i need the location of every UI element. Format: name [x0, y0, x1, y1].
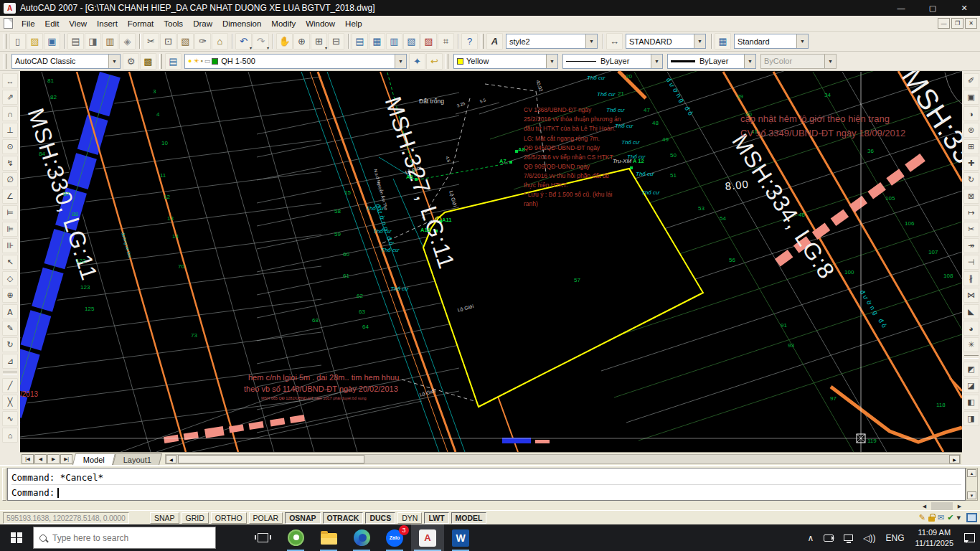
- action-center-icon[interactable]: [959, 533, 980, 542]
- drawing-canvas[interactable]: MSH:330, LG:11MSH:327, LG:11MSH:334, LG:…: [20, 71, 962, 452]
- break-button[interactable]: ∦: [963, 271, 979, 286]
- volume-icon[interactable]: ◁)): [858, 533, 880, 543]
- save-button[interactable]: ▣: [44, 33, 60, 50]
- designcenter-button[interactable]: ▦: [369, 33, 385, 50]
- chevron-down-icon[interactable]: ▼: [694, 34, 705, 48]
- menu-item[interactable]: Draw: [188, 17, 217, 30]
- layer-plot-icon[interactable]: ▭: [204, 57, 211, 65]
- join-button[interactable]: ⋈: [963, 288, 979, 303]
- toggle-ducs[interactable]: DUCS: [365, 512, 395, 524]
- fillet-button[interactable]: ◕: [963, 321, 979, 336]
- close-button[interactable]: ✕: [948, 0, 980, 16]
- toggle-osnap[interactable]: OSNAP: [285, 512, 320, 524]
- horizontal-scrollbar[interactable]: ◀ ▶: [165, 454, 961, 464]
- explode-button[interactable]: ✳: [963, 337, 979, 352]
- center-mark-button[interactable]: ⊕: [2, 288, 18, 303]
- scrollbar-thumb[interactable]: [178, 455, 364, 463]
- jogged-dimension-button[interactable]: ↯: [2, 156, 18, 171]
- dropdown-arrow-icon[interactable]: ▾: [250, 45, 252, 50]
- workspace-settings-icon[interactable]: ⚙: [123, 53, 139, 70]
- maximize-button[interactable]: ▢: [917, 0, 948, 16]
- network-icon[interactable]: [839, 534, 858, 541]
- dim-style-combo[interactable]: STANDARD ▼: [626, 34, 706, 49]
- dropdown-arrow-icon[interactable]: ▾: [267, 45, 269, 50]
- bring-to-front-button[interactable]: ◩: [963, 362, 979, 377]
- dimension-style-button[interactable]: ⊿: [2, 354, 18, 369]
- dimension-update-button[interactable]: ↻: [2, 337, 18, 352]
- aligned-dimension-button[interactable]: ⇗: [2, 90, 18, 105]
- scroll-left-icon[interactable]: ◀: [166, 455, 176, 463]
- toolbar-grip[interactable]: [4, 34, 6, 49]
- match-properties-button[interactable]: ✑: [194, 33, 211, 50]
- send-to-back-button[interactable]: ◪: [963, 378, 979, 393]
- properties-button[interactable]: ▤: [352, 33, 368, 50]
- array-button[interactable]: ⊞: [963, 139, 979, 154]
- clock[interactable]: 11:09 AM 11/11/2025: [910, 527, 959, 548]
- layer-freeze-sun-icon[interactable]: ☀: [193, 57, 199, 65]
- polygon-button[interactable]: ⌂: [2, 428, 18, 443]
- annotation-warning-icon[interactable]: ✎: [919, 513, 925, 522]
- taskbar-search[interactable]: [33, 527, 216, 549]
- tab-first-button[interactable]: |◀: [22, 454, 34, 464]
- construction-line-button[interactable]: ╳: [2, 395, 18, 410]
- search-input[interactable]: [52, 533, 215, 543]
- toggle-dyn[interactable]: DYN: [397, 512, 422, 524]
- plot-preview-button[interactable]: ◨: [85, 33, 101, 50]
- toggle-snap[interactable]: SNAP: [150, 512, 179, 524]
- layer-properties-manager-icon[interactable]: ▤: [165, 53, 182, 70]
- layer-on-bulb-icon[interactable]: ●: [188, 57, 192, 65]
- tolerance-button[interactable]: ◇: [2, 271, 18, 286]
- chevron-down-icon[interactable]: ▼: [744, 55, 755, 68]
- tab-last-button[interactable]: ▶|: [60, 454, 72, 464]
- color-combo[interactable]: Yellow ▼: [453, 54, 558, 69]
- zoom-window-button[interactable]: ⊞▾: [311, 33, 327, 50]
- table-style-combo[interactable]: Standard ▼: [734, 34, 809, 49]
- minimize-button[interactable]: —: [885, 0, 917, 16]
- dimension-edit-button[interactable]: A: [2, 304, 18, 319]
- zoom-previous-button[interactable]: ⊟: [328, 33, 344, 50]
- layer-lock-icon[interactable]: ▪: [201, 57, 203, 65]
- stretch-button[interactable]: ↦: [963, 205, 979, 220]
- tab-model[interactable]: Model: [72, 453, 116, 465]
- chevron-down-icon[interactable]: ▼: [651, 55, 662, 68]
- scale-button[interactable]: ⊠: [963, 189, 979, 204]
- markup-set-manager-button[interactable]: ▨: [420, 33, 437, 50]
- scroll-left-icon[interactable]: ◀: [919, 502, 930, 510]
- radius-dimension-button[interactable]: ⊙: [2, 139, 18, 154]
- layer-combo[interactable]: ● ☀ ▪ ▭ QH 1-500 ▼: [184, 54, 407, 69]
- arc-length-dimension-button[interactable]: ∩: [2, 106, 18, 121]
- tab-next-button[interactable]: ▶: [47, 454, 60, 464]
- zoom-realtime-button[interactable]: ⊕: [293, 33, 310, 50]
- tab-layout1[interactable]: Layout1: [113, 453, 162, 465]
- offset-button[interactable]: ⊚: [963, 123, 979, 138]
- layer-previous-icon[interactable]: ↩: [426, 53, 443, 70]
- make-object-layer-current-icon[interactable]: ✦: [409, 53, 425, 70]
- tray-dropdown-arrow-icon[interactable]: ▾: [956, 513, 961, 522]
- command-text-area[interactable]: Command: *Cancel* Command:: [7, 468, 966, 501]
- scroll-down-icon[interactable]: ▼: [967, 491, 976, 499]
- chevron-down-icon[interactable]: ▼: [585, 34, 597, 48]
- quickcalc-button[interactable]: ⌗: [438, 33, 454, 50]
- menu-item[interactable]: Modify: [266, 17, 301, 30]
- open-file-button[interactable]: ▨: [27, 33, 43, 50]
- toolbar-grip[interactable]: [4, 54, 6, 69]
- coccoc-browser-button[interactable]: [279, 524, 312, 551]
- diameter-dimension-button[interactable]: ∅: [2, 172, 18, 187]
- doc-close-button[interactable]: ✕: [965, 18, 977, 29]
- clean-screen-button[interactable]: [966, 513, 977, 522]
- toggle-polar[interactable]: POLAR: [249, 512, 283, 524]
- menu-item[interactable]: Insert: [92, 17, 123, 30]
- ordinate-dimension-button[interactable]: ⊥: [2, 123, 18, 138]
- chevron-down-icon[interactable]: ▼: [395, 55, 406, 68]
- chevron-down-icon[interactable]: ▼: [108, 55, 120, 68]
- text-style-combo[interactable]: style2 ▼: [506, 34, 598, 49]
- edge-browser-button[interactable]: [345, 524, 378, 551]
- move-button[interactable]: ✚: [963, 156, 979, 171]
- command-vertical-scrollbar[interactable]: ▲ ▼: [966, 468, 978, 501]
- update-available-icon[interactable]: ✔: [947, 513, 953, 522]
- dimension-text-edit-button[interactable]: ✎: [2, 321, 18, 336]
- menu-item[interactable]: Window: [301, 17, 340, 30]
- pan-realtime-button[interactable]: ✋: [276, 33, 293, 50]
- menu-item[interactable]: View: [64, 17, 92, 30]
- baseline-dimension-button[interactable]: ⊫: [2, 222, 18, 237]
